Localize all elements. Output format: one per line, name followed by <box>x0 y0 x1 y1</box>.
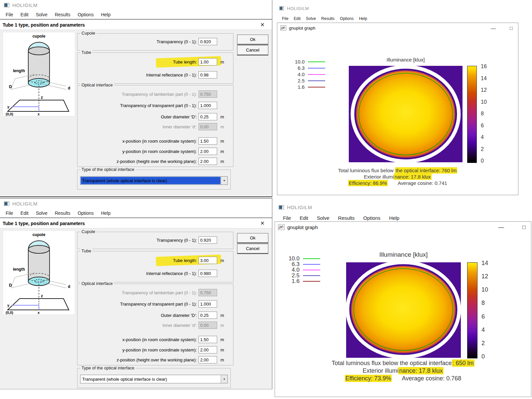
tube-group-label: Tube <box>80 50 92 55</box>
y-position-input[interactable]: 2.00 <box>199 346 217 353</box>
x-position-input[interactable]: 1.50 <box>199 137 217 145</box>
dialog-title: Tube 1 type, position and parameters <box>3 221 85 226</box>
diagram-label-x: x <box>38 112 40 116</box>
transparent-part-input[interactable]: 1.000 <box>199 300 217 308</box>
legend-line-swatch <box>303 275 320 276</box>
menu-options[interactable]: Options <box>74 12 97 17</box>
tube-length-input[interactable]: 3.00 <box>199 257 217 264</box>
legend-line-swatch <box>303 264 320 265</box>
cupole-transparency-label: Transparency (0 - 1): <box>157 39 197 44</box>
x-position-input[interactable]: 1.50 <box>199 336 217 343</box>
menu-file[interactable]: File <box>279 215 295 221</box>
menu-options[interactable]: Options <box>359 215 385 221</box>
cupole-transparency-input[interactable]: 0.920 <box>199 236 217 244</box>
maximize-icon[interactable]: □ <box>510 26 513 31</box>
diagram-label-D: D <box>9 84 12 89</box>
gnuplot-window-header: gnuplot graph — □ <box>275 222 531 232</box>
app-icon <box>4 3 9 7</box>
outer-diameter-unit: m <box>220 313 224 318</box>
diagram-label-length: length <box>13 267 25 272</box>
dialog-title: Tube 1 type, position and parameters <box>3 22 85 28</box>
maximize-icon[interactable]: □ <box>522 224 526 230</box>
type-group-label: Type of the optical interface <box>80 167 136 172</box>
menu-solve[interactable]: Solve <box>32 210 51 216</box>
chevron-down-icon[interactable]: ▼ <box>221 177 227 185</box>
menu-edit[interactable]: Edit <box>295 215 313 221</box>
menu-results[interactable]: Results <box>319 16 337 21</box>
menu-edit[interactable]: Edit <box>291 16 303 21</box>
close-icon[interactable]: ✕ <box>260 22 265 28</box>
z-position-input[interactable]: 2.00 <box>199 158 217 165</box>
menu-help[interactable]: Help <box>97 12 114 17</box>
z-position-label: z-position (height over the working plan… <box>117 159 197 164</box>
menu-file[interactable]: File <box>2 210 17 216</box>
menu-file[interactable]: File <box>2 12 17 17</box>
menu-results[interactable]: Results <box>51 210 74 216</box>
chevron-down-icon[interactable]: ▼ <box>221 375 227 383</box>
app-icon <box>279 205 284 209</box>
x-position-unit: m <box>220 139 224 144</box>
outer-diameter-input[interactable]: 0.25 <box>199 113 217 120</box>
z-position-unit: m <box>220 159 224 164</box>
menu-help[interactable]: Help <box>385 215 404 221</box>
dropdown-selected-value: Transparent (whole optical interface is … <box>80 177 221 185</box>
app-title: HOLIGILM <box>12 2 38 8</box>
diagram-label-z: z <box>41 294 43 298</box>
gnuplot-graph-window: gnuplot graph — □ Illuminance [klux] 10.… <box>275 221 531 397</box>
z-position-unit: m <box>220 357 224 362</box>
menu-options[interactable]: Options <box>337 16 356 21</box>
stat-efficiency-cosine: Efficiency: 73.9%Average cosine: 0.768 <box>275 375 531 382</box>
menu-solve[interactable]: Solve <box>313 215 334 221</box>
diagram-label-y: y <box>7 303 10 307</box>
legend-row: 1.6 <box>291 84 325 90</box>
optical-interface-group: Optical interface Transparency of lamber… <box>77 85 233 167</box>
diagram-label-d: d <box>68 86 70 90</box>
menu-solve[interactable]: Solve <box>303 16 319 21</box>
colorbar <box>467 66 477 163</box>
close-icon[interactable]: ✕ <box>260 220 265 226</box>
internal-reflectance-label: Internal reflectance (0 - 1): <box>146 72 197 77</box>
tube-length-input[interactable]: 1.00 <box>199 58 217 66</box>
cancel-button[interactable]: Cancel <box>237 244 268 254</box>
inner-diameter-unit: m <box>220 124 224 129</box>
legend-row: 4.0 <box>291 71 325 77</box>
type-group-label: Type of the optical interface <box>80 365 136 370</box>
internal-reflectance-label: Internal reflectance (0 - 1): <box>146 271 197 276</box>
internal-reflectance-input[interactable]: 0.98 <box>199 71 217 78</box>
internal-reflectance-input[interactable]: 0.980 <box>199 270 217 277</box>
menu-solve[interactable]: Solve <box>32 12 51 17</box>
diagram-label-D: D <box>9 283 12 288</box>
menu-edit[interactable]: Edit <box>17 210 32 216</box>
illuminance-heatmap <box>346 262 461 359</box>
optical-interface-type-dropdown[interactable]: Transparent (whole optical interface is … <box>80 176 228 185</box>
menu-help[interactable]: Help <box>97 210 114 216</box>
optical-group-label: Optical interface <box>80 281 114 286</box>
legend-line-swatch <box>303 281 320 282</box>
menu-edit[interactable]: Edit <box>17 12 32 17</box>
menu-results[interactable]: Results <box>51 12 74 17</box>
optical-interface-type-dropdown[interactable]: Transparent (whole optical interface is … <box>80 375 228 383</box>
optical-interface-group: Optical interface Transparency of lamber… <box>77 284 233 365</box>
legend-row: 1.6 <box>284 278 320 284</box>
inner-diameter-label: Inner diameter 'd': <box>163 323 197 328</box>
tube-diagram: cupole length D d z <box>3 32 75 116</box>
transparent-part-input[interactable]: 1.000 <box>199 102 217 109</box>
menu-options[interactable]: Options <box>74 210 97 216</box>
x-position-unit: m <box>220 337 224 342</box>
ok-button[interactable]: Ok <box>237 233 268 243</box>
z-position-label: z-position (height over the working plan… <box>117 357 197 362</box>
minimize-icon[interactable]: — <box>498 224 504 230</box>
legend-row: 2.5 <box>291 77 325 84</box>
menu-file[interactable]: File <box>279 16 291 21</box>
gnuplot-window-header: gnuplot graph — □ <box>277 23 518 33</box>
outer-diameter-input[interactable]: 0.25 <box>199 312 217 319</box>
ok-button[interactable]: Ok <box>237 35 268 45</box>
cancel-button[interactable]: Cancel <box>237 45 268 56</box>
z-position-input[interactable]: 2.00 <box>199 356 217 363</box>
cupole-transparency-input[interactable]: 0.920 <box>199 38 217 45</box>
minimize-icon[interactable]: — <box>491 26 496 31</box>
menu-results[interactable]: Results <box>334 215 359 221</box>
outer-diameter-label: Outer diameter 'D': <box>161 114 197 119</box>
menu-help[interactable]: Help <box>356 16 370 21</box>
y-position-input[interactable]: 2.00 <box>199 148 217 155</box>
